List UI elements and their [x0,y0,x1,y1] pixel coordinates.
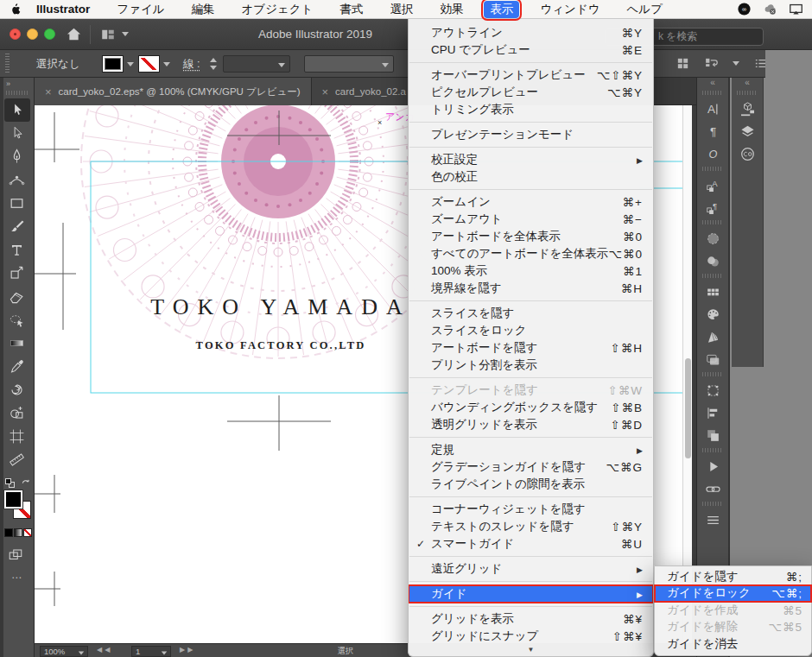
variable-width-dropdown[interactable] [304,55,394,73]
screen-mirroring-icon[interactable] [789,2,803,16]
menubar-item[interactable]: ウィンドウ [534,1,606,18]
menu-item[interactable]: 校正設定▶ [409,151,653,168]
gradient-button[interactable] [14,528,22,537]
menu-item[interactable]: ガイドを隠す⌘; [655,568,811,585]
menu-item[interactable]: 100% 表示⌘1 [409,262,653,280]
menu-item[interactable]: ガイドを解除⌥⌘5 [655,619,811,636]
rectangle-tool[interactable] [4,192,30,215]
swap-fill-stroke-icon[interactable] [20,477,31,488]
layers-panel-icon[interactable] [735,122,759,142]
panel-grip[interactable] [702,167,723,171]
stroke-weight-dropdown[interactable] [223,55,290,73]
menubar-item[interactable]: 選択 [384,1,419,18]
swatches-panel-icon[interactable] [701,282,725,302]
panel-grip[interactable] [702,372,723,376]
menu-item[interactable]: アートボードを全体表示⌘0 [409,228,653,245]
menu-item[interactable]: ガイドを作成⌘5 [655,602,811,619]
type-tool[interactable] [4,238,30,262]
menubar-item[interactable]: ヘルプ [621,1,669,18]
chevron-down-icon[interactable] [163,62,170,66]
character-panel-icon[interactable]: A [701,99,725,119]
transform-panel-icon[interactable] [701,381,725,401]
menu-item[interactable]: 定規▶ [409,441,653,458]
free-transform-tool[interactable] [4,262,30,285]
menubar-item[interactable]: 表示 [484,1,519,18]
collapse-panel-icon[interactable]: « [732,78,763,89]
menu-item[interactable]: スライスをロック [409,322,653,339]
panel-grip[interactable] [6,91,29,95]
scrollbar-thumb[interactable] [685,358,691,458]
vertical-scrollbar[interactable] [682,105,692,643]
fill-color-dropdown[interactable] [102,55,124,73]
color-guide-panel-icon[interactable] [701,327,725,347]
libraries-panel-icon[interactable] [735,99,759,119]
menu-item[interactable]: ピクセルプレビュー⌥⌘Y [409,84,653,101]
shaper-tool[interactable] [4,308,30,332]
blend-panel-icon[interactable] [701,251,725,271]
menu-item[interactable]: アートボードを隠す⇧⌘H [409,339,653,357]
character-styles-panel-icon[interactable]: A [701,175,725,195]
menu-item[interactable]: 遠近グリッド▶ [409,560,653,578]
menu-item[interactable]: ガイドを消去 [655,635,811,653]
panel-grip[interactable] [702,448,723,452]
menubar-item[interactable]: 書式 [333,1,369,18]
menu-item[interactable]: ガイド▶ [409,585,653,603]
artboard-next-buttons[interactable]: ▶▶ [180,646,195,654]
menu-item[interactable]: グリッドにスナップ⇧⌘¥ [409,628,653,645]
panel-grip[interactable] [737,91,758,95]
menu-item[interactable]: テキストのスレッドを隠す⇧⌘Y [409,518,653,535]
default-fill-stroke-button[interactable] [5,478,15,488]
arrange-documents-icon[interactable] [676,56,690,71]
stroke-color-dropdown[interactable] [138,55,160,73]
menu-item[interactable]: グラデーションガイドを隠す⌥⌘G [409,458,653,476]
menubar-item[interactable]: オブジェクト [236,1,320,18]
menu-item[interactable]: コーナーウィジェットを隠す [409,501,653,518]
paragraph-panel-icon[interactable]: ¶ [701,122,725,142]
menu-item[interactable]: ライブペイントの隙間を表示 [409,476,653,493]
color-button[interactable] [4,528,13,537]
menu-item[interactable]: ズームアウト⌘− [409,211,653,228]
cc-panel-icon[interactable] [735,144,759,164]
color-panel-icon[interactable] [701,305,725,325]
panel-grip[interactable] [702,91,723,95]
menu-item[interactable]: ガイドをロック⌥⌘; [655,585,811,603]
gradient-tool[interactable] [4,332,30,355]
artboard-prev-buttons[interactable]: ◀◀ [97,646,112,654]
menu-item[interactable]: すべてのアートボードを全体表示⌥⌘0 [409,245,653,262]
collapse-panel-icon[interactable]: « [697,78,728,89]
menu-item[interactable]: ✓スマートガイド⌘U [409,535,653,553]
expand-panel-icon[interactable]: » [0,79,34,88]
close-tab-icon[interactable]: × [45,85,52,98]
transparency-panel-icon[interactable] [701,229,725,249]
curvature-tool[interactable] [4,168,30,192]
appearance-panel-icon[interactable] [701,350,725,370]
menubar-item[interactable]: 編集 [186,1,221,18]
document-tab[interactable]: ×card_yoko_02.eps* @ 100% (CMYK/GPU プレビュ… [35,78,312,105]
symbol-sprayer-tool[interactable] [4,378,30,401]
edit-toolbar-button[interactable]: ⋯ [0,572,35,584]
menu-item[interactable]: CPU でプレビュー⌘E [409,41,653,59]
menu-item[interactable]: アウトライン⌘Y [409,24,653,41]
creative-cloud-icon[interactable]: ∞ [737,2,752,16]
chevron-down-icon[interactable] [127,62,134,66]
menubar-item[interactable]: 効果 [434,1,469,18]
direct-selection-tool[interactable] [4,122,30,145]
zoom-level-dropdown[interactable]: 100% [40,646,88,657]
measure-tool[interactable] [4,448,30,471]
close-tab-icon[interactable]: × [322,85,329,98]
menu-item[interactable]: 透明グリッドを表示⇧⌘D [409,416,653,433]
panel-grip[interactable] [5,54,10,74]
menu-item[interactable]: スライスを隠す [409,305,653,322]
menu-item[interactable]: プリント分割を表示 [409,357,653,374]
menu-item[interactable]: 境界線を隠す⌘H [409,280,653,297]
links-panel-icon[interactable] [701,479,725,499]
none-button[interactable] [23,528,32,537]
eyedropper-tool[interactable] [4,355,30,378]
panel-grip[interactable] [702,274,723,278]
eraser-tool[interactable] [4,285,30,308]
apple-menu-icon[interactable] [9,3,22,16]
sync-disabled-icon[interactable] [763,2,777,16]
menu-item[interactable]: グリッドを表示⌘¥ [409,610,653,628]
menu-panel-icon[interactable] [701,510,725,530]
paintbrush-tool[interactable] [4,215,30,238]
